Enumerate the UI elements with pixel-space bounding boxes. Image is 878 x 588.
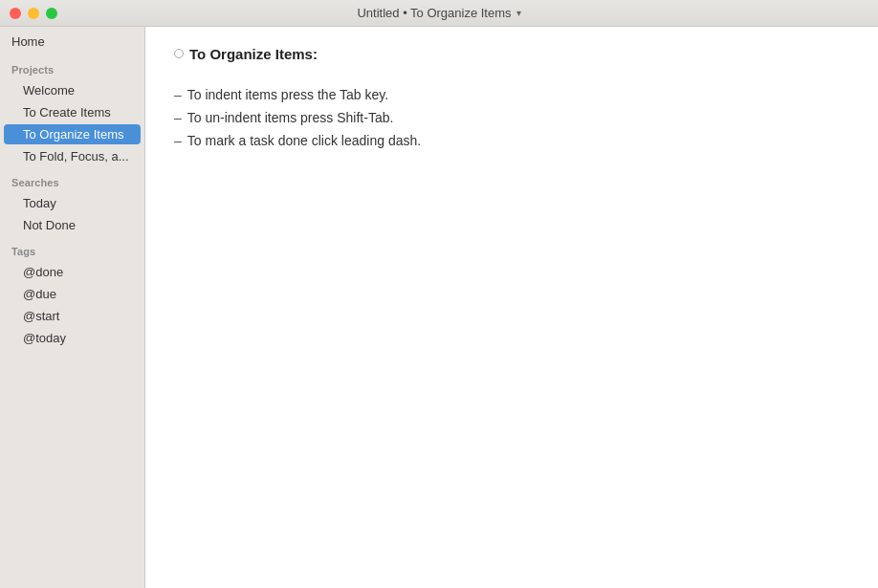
titlebar: Untitled • To Organize Items ▾ (0, 0, 878, 27)
sidebar-home-label: Home (11, 34, 45, 49)
sidebar-item-done[interactable]: @done (4, 262, 141, 282)
content-item-1-text: To indent items press the Tab key. (187, 87, 388, 102)
main-layout: Home Projects Welcome To Create Items To… (0, 27, 878, 588)
close-button[interactable] (10, 8, 21, 19)
window-title: Untitled • To Organize Items ▾ (357, 6, 520, 20)
sidebar-section-searches: Searches (0, 167, 144, 192)
searches-header: Searches (11, 177, 59, 188)
sidebar-item-to-organize-items[interactable]: To Organize Items (4, 124, 141, 144)
content-item-1: – To indent items press the Tab key. (174, 87, 849, 102)
sidebar-item-start[interactable]: @start (4, 306, 141, 326)
content-item-3: – To mark a task done click leading dash… (174, 133, 849, 148)
content-item-2: – To un-indent items press Shift-Tab. (174, 110, 849, 125)
window-controls (10, 8, 57, 19)
content-area: To Organize Items: – To indent items pre… (145, 27, 878, 588)
maximize-button[interactable] (46, 8, 57, 19)
content-item-3-text: To mark a task done click leading dash. (187, 133, 421, 148)
sidebar-item-due[interactable]: @due (4, 284, 141, 304)
bullet-icon (174, 49, 184, 58)
sidebar-item-to-fold-focus[interactable]: To Fold, Focus, a... (4, 146, 141, 166)
sidebar: Home Projects Welcome To Create Items To… (0, 27, 145, 588)
content-header-row: To Organize Items: (174, 46, 849, 74)
sidebar-section-projects: Projects (0, 54, 144, 79)
sidebar-item-to-create-items[interactable]: To Create Items (4, 102, 141, 122)
minimize-button[interactable] (28, 8, 39, 19)
dash-icon-1: – (174, 87, 182, 102)
sidebar-item-home[interactable]: Home (0, 27, 144, 54)
title-dropdown-arrow[interactable]: ▾ (516, 8, 521, 18)
content-item-2-text: To un-indent items press Shift-Tab. (187, 110, 394, 125)
sidebar-item-today[interactable]: Today (4, 193, 141, 213)
sidebar-section-tags: Tags (0, 236, 144, 261)
projects-header: Projects (11, 64, 54, 76)
content-title: To Organize Items: (189, 46, 318, 62)
dash-icon-2: – (174, 110, 182, 125)
sidebar-item-today-tag[interactable]: @today (4, 328, 141, 348)
sidebar-item-not-done[interactable]: Not Done (4, 215, 141, 235)
title-text: Untitled • To Organize Items (357, 6, 511, 20)
dash-icon-3: – (174, 133, 182, 148)
tags-header: Tags (11, 246, 35, 257)
sidebar-item-welcome[interactable]: Welcome (4, 80, 141, 100)
